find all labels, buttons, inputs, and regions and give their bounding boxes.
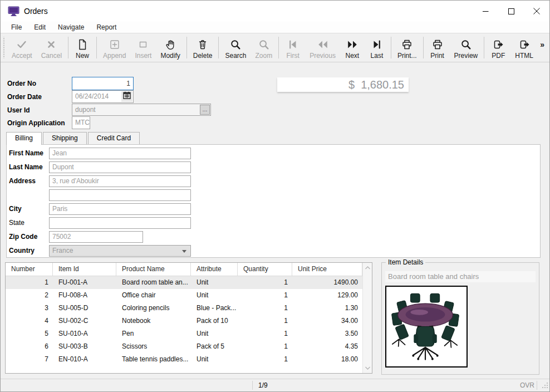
app-monitor-icon — [8, 6, 20, 17]
calendar-picker-button[interactable] — [121, 91, 132, 102]
first-name-field[interactable]: Jean — [49, 148, 191, 159]
tab-shipping[interactable]: Shipping — [43, 132, 87, 144]
toolbar-previous-button[interactable]: Previous — [305, 35, 340, 61]
last-name-row: Last NameDupont — [7, 161, 540, 173]
toolbar-search-button[interactable]: Search — [220, 35, 251, 61]
country-row: Country France — [7, 245, 540, 257]
table-row[interactable]: 6SU-003-BScissorsPack of 514.35 — [6, 340, 362, 353]
user-id-field[interactable]: dupont ... — [72, 104, 211, 116]
resize-grip-icon[interactable] — [542, 383, 548, 390]
toolbar-insert-button[interactable]: Insert — [130, 35, 156, 61]
table-row[interactable]: 5SU-010-APenUnit13.50 — [6, 327, 362, 340]
toolbar-button-label: Insert — [135, 52, 151, 60]
menu-bar: FileEditNavigateReport — [1, 22, 549, 33]
new-doc-icon — [76, 37, 89, 51]
order-no-field[interactable]: 1 — [72, 77, 134, 90]
column-header-unit-price[interactable]: Unit Price — [292, 263, 362, 276]
table-cell: SU-010-A — [53, 327, 116, 340]
column-header-product-name[interactable]: Product Name — [116, 263, 191, 276]
table-cell: 3.50 — [292, 327, 362, 340]
table-row[interactable]: 4SU-002-CNotebookPack of 10134.00 — [6, 315, 362, 327]
toolbar-append-button[interactable]: Append — [99, 35, 130, 61]
toolbar-last-button[interactable]: Last — [365, 35, 389, 61]
orders-window: Orders FileEditNavigateReport AcceptCanc… — [0, 0, 550, 392]
toolbar-pdf-button[interactable]: PDF — [486, 35, 510, 61]
toolbar-html-button[interactable]: HTML — [510, 35, 538, 61]
toolbar-delete-button[interactable]: Delete — [189, 35, 217, 61]
table-scrollbar[interactable] — [362, 263, 372, 373]
table-cell: 1 — [238, 302, 292, 315]
column-header-number[interactable]: Number — [6, 263, 53, 276]
menu-item-edit[interactable]: Edit — [28, 22, 52, 32]
zip-code-label: Zip Code — [9, 233, 37, 241]
menu-item-file[interactable]: File — [5, 22, 28, 32]
zip-code-field[interactable]: 75002 — [49, 231, 143, 243]
country-value: France — [52, 247, 73, 254]
title-bar: Orders — [1, 1, 549, 22]
menu-item-navigate[interactable]: Navigate — [52, 22, 90, 32]
toolbar-button-label: Modify — [160, 52, 180, 60]
toolbar-print-button[interactable]: Print... — [393, 35, 421, 61]
address-field[interactable]: 3, rue d'Aboukir — [49, 175, 191, 187]
table-cell: 1 — [238, 289, 292, 302]
tab-billing[interactable]: Billing — [6, 132, 42, 145]
close-button[interactable] — [524, 1, 549, 22]
toolbar-accept-button[interactable]: Accept — [7, 35, 37, 61]
menu-item-report[interactable]: Report — [90, 22, 122, 32]
toolbar-separator — [186, 37, 187, 58]
table-row[interactable]: 1FU-001-ABoard room table an...Unit11490… — [6, 276, 362, 289]
table-cell: 1 — [238, 327, 292, 340]
table-cell: 1 — [238, 276, 292, 289]
toolbar-new-button[interactable]: New — [70, 35, 95, 61]
tab-credit-card[interactable]: Credit Card — [88, 132, 140, 144]
column-header-quantity[interactable]: Quantity — [238, 263, 292, 276]
toolbar-separator — [423, 37, 424, 58]
table-row[interactable]: 3SU-005-DColoring pencilsBlue - Pack...1… — [6, 302, 362, 315]
order-date-field[interactable]: 06/24/2014 — [72, 90, 134, 103]
last-name-field[interactable]: Dupont — [49, 161, 191, 173]
state-field[interactable] — [49, 217, 191, 229]
table-cell: Unit — [191, 276, 238, 289]
toolbar-modify-button[interactable]: Modify — [156, 35, 184, 61]
address2-field[interactable] — [49, 189, 191, 201]
last-name-label: Last Name — [9, 163, 43, 171]
country-dropdown[interactable]: France — [49, 245, 191, 257]
plus-square-icon — [108, 37, 121, 51]
toolbar-separator — [96, 37, 97, 58]
user-id-browse-button[interactable]: ... — [200, 105, 210, 115]
toolbar-drag-handle[interactable] — [2, 37, 6, 58]
maximize-button[interactable] — [498, 1, 524, 22]
origin-application-field[interactable]: MTC — [72, 116, 90, 129]
origin-application-label: Origin Application — [7, 119, 65, 127]
city-row: CityParis — [7, 203, 540, 215]
city-field[interactable]: Paris — [49, 203, 191, 215]
first-name-row: First NameJean — [7, 148, 540, 159]
table-cell: 3 — [6, 302, 53, 315]
table-cell: Unit — [191, 353, 238, 366]
hand-icon — [164, 37, 177, 51]
toolbar-first-button[interactable]: First — [281, 35, 305, 61]
toolbar-next-button[interactable]: Next — [340, 35, 365, 61]
minimize-button[interactable] — [473, 1, 498, 22]
minimize-icon — [483, 8, 489, 14]
column-header-item-id[interactable]: Item Id — [53, 263, 116, 276]
toolbar-overflow-button[interactable]: » — [540, 40, 547, 56]
column-header-attribute[interactable]: Attribute — [191, 263, 238, 276]
toolbar-print-button[interactable]: Print — [425, 35, 450, 61]
status-bar: 1/9 OVR — [1, 379, 549, 391]
toolbar-zoom-button[interactable]: Zoom — [251, 35, 277, 61]
toolbar-cancel-button[interactable]: Cancel — [37, 35, 66, 61]
trash-icon — [196, 37, 209, 51]
table-cell: 7 — [6, 353, 53, 366]
table-row[interactable]: 7EN-010-ATable tennis paddles...Unit118.… — [6, 353, 362, 366]
table-cell: Office chair — [116, 289, 191, 302]
table-cell: 1 — [238, 340, 292, 353]
first-icon — [286, 37, 299, 51]
table-cell: 129.00 — [292, 289, 362, 302]
table-header-row: NumberItem IdProduct NameAttributeQuanti… — [6, 263, 362, 276]
scroll-up-icon[interactable] — [363, 263, 372, 272]
toolbar-preview-button[interactable]: Preview — [450, 35, 483, 61]
user-id-value: dupont — [75, 106, 96, 114]
table-row[interactable]: 2FU-008-AOffice chairUnit1129.00 — [6, 289, 362, 302]
scroll-down-icon[interactable] — [363, 364, 372, 373]
